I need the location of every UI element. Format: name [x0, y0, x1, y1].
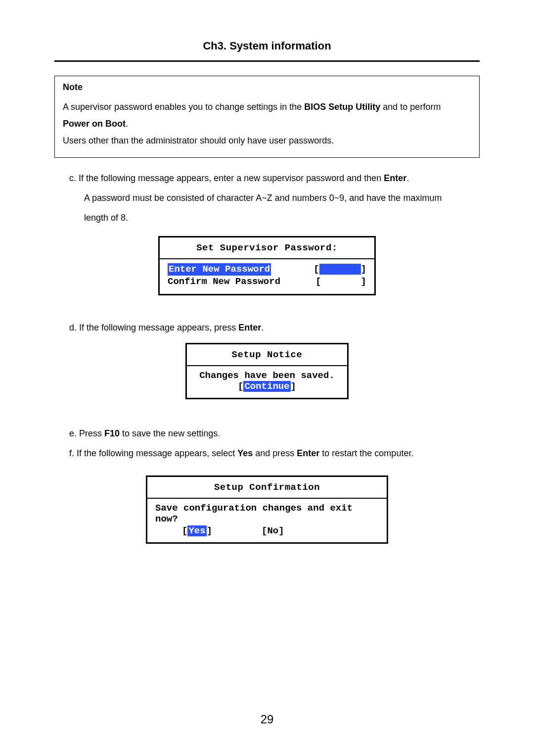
bracket: ] [291, 381, 296, 392]
step-text: c. If the following message appears, ent… [69, 173, 384, 183]
bracket: [ [313, 264, 319, 275]
password-field[interactable]: [ ] [313, 263, 366, 276]
step-key: Yes [237, 448, 253, 458]
bracket: ] [361, 276, 366, 287]
step-text: e. Press [69, 428, 104, 438]
bracket: ] [207, 525, 212, 536]
step-text: d. If the following message appears, pre… [69, 323, 238, 332]
dialog-title: Set Supervisor Password: [160, 237, 374, 259]
note-line-1: A supervisor password enables you to cha… [63, 98, 471, 115]
step-f: f. If the following message appears, sel… [69, 445, 480, 462]
step-c: c. If the following message appears, ent… [69, 170, 480, 187]
note-title: Note [63, 82, 471, 93]
step-key: Enter [297, 448, 319, 458]
step-key: Enter [384, 173, 406, 183]
field-empty [321, 276, 361, 287]
bracket: ] [361, 264, 366, 275]
field-highlight [319, 264, 361, 275]
step-c-line2: A password must be consisted of characte… [84, 189, 480, 206]
note-bold: Power on Boot [63, 119, 126, 129]
step-d: d. If the following message appears, pre… [69, 319, 480, 336]
confirm-password-row: Confirm New Password [ ] [168, 276, 366, 288]
dialog-title: Setup Notice [187, 344, 347, 366]
dialog-title: Setup Confirmation [147, 477, 387, 499]
option-row: [Yes] [No] [155, 525, 379, 536]
password-field[interactable]: [ ] [315, 276, 366, 288]
note-text: A supervisor password enables you to cha… [63, 102, 304, 112]
step-text: and press [253, 448, 297, 458]
note-box: Note A supervisor password enables you t… [54, 76, 480, 158]
step-c-line3: length of 8. [84, 209, 480, 226]
bracket: [ [182, 525, 187, 536]
note-text: and to perform [380, 102, 441, 112]
continue-label: Continue [243, 381, 290, 392]
header-divider [54, 60, 480, 62]
setup-confirmation-dialog: Setup Confirmation Save configuration ch… [146, 475, 388, 544]
dialog-body: Save configuration changes and exit now?… [147, 499, 387, 542]
setup-notice-dialog: Setup Notice Changes have been saved. [C… [185, 343, 349, 399]
step-e: e. Press F10 to save the new settings. [69, 425, 480, 442]
step-key: Enter [238, 323, 261, 332]
confirmation-message: Save configuration changes and exit now? [155, 503, 379, 524]
yes-option[interactable]: [Yes] [182, 525, 212, 536]
step-text: to save the new settings. [120, 428, 220, 438]
dialog-body: Enter New Password [ ] Confirm New Passw… [160, 259, 374, 293]
continue-option[interactable]: [Continue] [195, 381, 339, 392]
note-line-2: Power on Boot. [63, 115, 471, 132]
enter-password-label: Enter New Password [168, 263, 271, 276]
bracket: [ [238, 381, 243, 392]
enter-password-row: Enter New Password [ ] [168, 263, 366, 276]
page-number: 29 [0, 712, 534, 726]
notice-message: Changes have been saved. [195, 370, 339, 381]
step-text: . [261, 323, 264, 332]
step-key: F10 [104, 428, 120, 438]
note-bold: BIOS Setup Utility [304, 102, 380, 112]
yes-label: Yes [187, 525, 206, 536]
step-text: . [406, 173, 409, 183]
page-header: Ch3. System information [54, 40, 480, 52]
step-text: to restart the computer. [319, 448, 413, 458]
set-password-dialog: Set Supervisor Password: Enter New Passw… [158, 236, 376, 295]
note-text: . [126, 119, 128, 129]
step-text: f. If the following message appears, sel… [69, 448, 237, 458]
confirm-password-label: Confirm New Password [168, 276, 280, 288]
bracket: [ [315, 276, 321, 287]
dialog-body: Changes have been saved. [Continue] [187, 366, 347, 398]
no-option[interactable]: [No] [262, 525, 284, 536]
note-line-3: Users other than the administrator shoul… [63, 132, 471, 149]
